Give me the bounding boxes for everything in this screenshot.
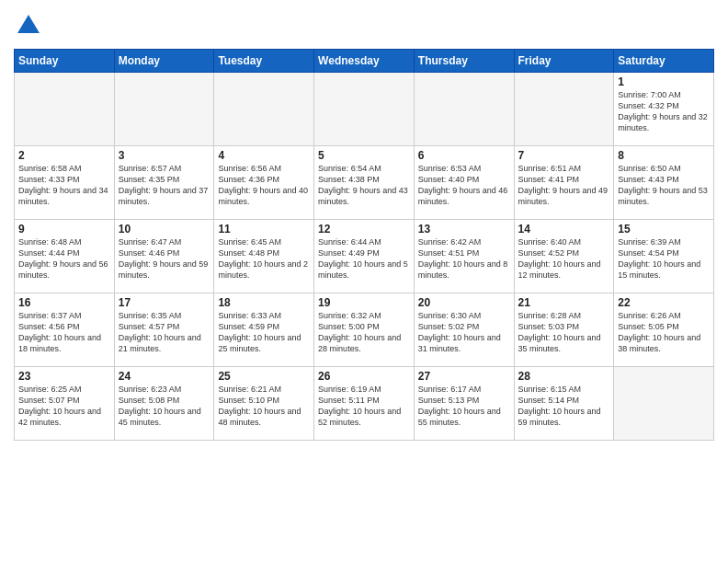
- day-info: Sunrise: 6:26 AM Sunset: 5:05 PM Dayligh…: [618, 310, 710, 355]
- day-info: Sunrise: 6:56 AM Sunset: 4:36 PM Dayligh…: [218, 163, 310, 208]
- week-row-4: 16Sunrise: 6:37 AM Sunset: 4:56 PM Dayli…: [15, 293, 714, 366]
- day-info: Sunrise: 6:35 AM Sunset: 4:57 PM Dayligh…: [119, 310, 210, 355]
- day-info: Sunrise: 6:45 AM Sunset: 4:48 PM Dayligh…: [218, 236, 310, 282]
- day-number: 2: [18, 149, 110, 162]
- day-number: 3: [119, 149, 210, 162]
- calendar-cell: 22Sunrise: 6:26 AM Sunset: 5:05 PM Dayli…: [614, 293, 714, 366]
- day-info: Sunrise: 6:54 AM Sunset: 4:38 PM Dayligh…: [318, 163, 410, 208]
- calendar-cell: 16Sunrise: 6:37 AM Sunset: 4:56 PM Dayli…: [15, 293, 115, 366]
- day-info: Sunrise: 6:32 AM Sunset: 5:00 PM Dayligh…: [318, 310, 410, 355]
- day-info: Sunrise: 6:51 AM Sunset: 4:41 PM Dayligh…: [518, 163, 610, 208]
- calendar-cell: [614, 366, 714, 440]
- weekday-monday: Monday: [114, 49, 214, 72]
- weekday-sunday: Sunday: [15, 49, 115, 72]
- day-number: 16: [18, 296, 110, 309]
- calendar-cell: 28Sunrise: 6:15 AM Sunset: 5:14 PM Dayli…: [514, 366, 614, 440]
- logo-icon: [16, 13, 41, 39]
- header: [14, 9, 714, 43]
- calendar-cell: 26Sunrise: 6:19 AM Sunset: 5:11 PM Dayli…: [314, 366, 415, 440]
- day-info: Sunrise: 6:57 AM Sunset: 4:35 PM Dayligh…: [119, 163, 210, 208]
- day-info: Sunrise: 6:58 AM Sunset: 4:33 PM Dayligh…: [18, 163, 110, 208]
- day-info: Sunrise: 7:00 AM Sunset: 4:32 PM Dayligh…: [618, 89, 710, 134]
- day-number: 18: [218, 296, 310, 309]
- calendar-table: SundayMondayTuesdayWednesdayThursdayFrid…: [14, 49, 714, 441]
- day-number: 17: [119, 296, 210, 309]
- calendar-cell: 24Sunrise: 6:23 AM Sunset: 5:08 PM Dayli…: [114, 366, 214, 440]
- calendar-cell: 5Sunrise: 6:54 AM Sunset: 4:38 PM Daylig…: [314, 145, 415, 219]
- week-row-1: 1Sunrise: 7:00 AM Sunset: 4:32 PM Daylig…: [15, 72, 714, 145]
- day-info: Sunrise: 6:19 AM Sunset: 5:11 PM Dayligh…: [318, 384, 410, 429]
- calendar-cell: [114, 72, 214, 145]
- calendar-cell: 18Sunrise: 6:33 AM Sunset: 4:59 PM Dayli…: [214, 293, 314, 366]
- day-info: Sunrise: 6:47 AM Sunset: 4:46 PM Dayligh…: [119, 236, 210, 282]
- day-number: 6: [418, 149, 510, 162]
- calendar-cell: 6Sunrise: 6:53 AM Sunset: 4:40 PM Daylig…: [414, 145, 514, 219]
- day-number: 21: [518, 296, 610, 309]
- day-number: 22: [618, 296, 710, 309]
- calendar-cell: 11Sunrise: 6:45 AM Sunset: 4:48 PM Dayli…: [214, 219, 314, 293]
- day-number: 14: [518, 223, 610, 236]
- day-number: 15: [618, 223, 710, 236]
- calendar-cell: 2Sunrise: 6:58 AM Sunset: 4:33 PM Daylig…: [15, 145, 115, 219]
- calendar-cell: 13Sunrise: 6:42 AM Sunset: 4:51 PM Dayli…: [414, 219, 514, 293]
- day-info: Sunrise: 6:44 AM Sunset: 4:49 PM Dayligh…: [318, 236, 410, 282]
- day-info: Sunrise: 6:21 AM Sunset: 5:10 PM Dayligh…: [218, 384, 310, 429]
- calendar-cell: 3Sunrise: 6:57 AM Sunset: 4:35 PM Daylig…: [114, 145, 214, 219]
- calendar-cell: [15, 72, 115, 145]
- weekday-friday: Friday: [514, 49, 614, 72]
- day-info: Sunrise: 6:17 AM Sunset: 5:13 PM Dayligh…: [418, 384, 510, 429]
- calendar-cell: 8Sunrise: 6:50 AM Sunset: 4:43 PM Daylig…: [614, 145, 714, 219]
- week-row-2: 2Sunrise: 6:58 AM Sunset: 4:33 PM Daylig…: [15, 145, 714, 219]
- day-info: Sunrise: 6:50 AM Sunset: 4:43 PM Dayligh…: [618, 163, 710, 208]
- calendar-cell: [514, 72, 614, 145]
- day-number: 1: [618, 75, 710, 88]
- day-info: Sunrise: 6:28 AM Sunset: 5:03 PM Dayligh…: [518, 310, 610, 355]
- day-number: 10: [119, 223, 210, 236]
- calendar-cell: 15Sunrise: 6:39 AM Sunset: 4:54 PM Dayli…: [614, 219, 714, 293]
- calendar-cell: [414, 72, 514, 145]
- day-number: 19: [318, 296, 410, 309]
- calendar-cell: [214, 72, 314, 145]
- calendar-cell: 1Sunrise: 7:00 AM Sunset: 4:32 PM Daylig…: [614, 72, 714, 145]
- day-info: Sunrise: 6:33 AM Sunset: 4:59 PM Dayligh…: [218, 310, 310, 355]
- weekday-wednesday: Wednesday: [314, 49, 415, 72]
- weekday-saturday: Saturday: [614, 49, 714, 72]
- day-number: 9: [18, 223, 110, 236]
- day-number: 23: [18, 370, 110, 383]
- day-info: Sunrise: 6:15 AM Sunset: 5:14 PM Dayligh…: [518, 384, 610, 429]
- svg-marker-0: [17, 15, 40, 33]
- day-number: 25: [218, 370, 310, 383]
- day-info: Sunrise: 6:40 AM Sunset: 4:52 PM Dayligh…: [518, 236, 610, 282]
- day-info: Sunrise: 6:30 AM Sunset: 5:02 PM Dayligh…: [418, 310, 510, 355]
- day-number: 11: [218, 223, 310, 236]
- day-number: 7: [518, 149, 610, 162]
- calendar-cell: 25Sunrise: 6:21 AM Sunset: 5:10 PM Dayli…: [214, 366, 314, 440]
- day-info: Sunrise: 6:37 AM Sunset: 4:56 PM Dayligh…: [18, 310, 110, 355]
- page: SundayMondayTuesdayWednesdayThursdayFrid…: [0, 0, 728, 563]
- day-info: Sunrise: 6:39 AM Sunset: 4:54 PM Dayligh…: [618, 236, 710, 282]
- day-info: Sunrise: 6:53 AM Sunset: 4:40 PM Dayligh…: [418, 163, 510, 208]
- week-row-3: 9Sunrise: 6:48 AM Sunset: 4:44 PM Daylig…: [15, 219, 714, 293]
- calendar-cell: 21Sunrise: 6:28 AM Sunset: 5:03 PM Dayli…: [514, 293, 614, 366]
- day-info: Sunrise: 6:42 AM Sunset: 4:51 PM Dayligh…: [418, 236, 510, 282]
- calendar-cell: 9Sunrise: 6:48 AM Sunset: 4:44 PM Daylig…: [15, 219, 115, 293]
- day-number: 4: [218, 149, 310, 162]
- day-number: 28: [518, 370, 610, 383]
- calendar-cell: 12Sunrise: 6:44 AM Sunset: 4:49 PM Dayli…: [314, 219, 415, 293]
- day-number: 12: [318, 223, 410, 236]
- weekday-thursday: Thursday: [414, 49, 514, 72]
- calendar-cell: 17Sunrise: 6:35 AM Sunset: 4:57 PM Dayli…: [114, 293, 214, 366]
- day-number: 8: [618, 149, 710, 162]
- calendar-cell: 19Sunrise: 6:32 AM Sunset: 5:00 PM Dayli…: [314, 293, 415, 366]
- day-number: 24: [119, 370, 210, 383]
- day-info: Sunrise: 6:23 AM Sunset: 5:08 PM Dayligh…: [119, 384, 210, 429]
- day-info: Sunrise: 6:25 AM Sunset: 5:07 PM Dayligh…: [18, 384, 110, 429]
- day-number: 27: [418, 370, 510, 383]
- logo: [14, 13, 41, 43]
- calendar-cell: 23Sunrise: 6:25 AM Sunset: 5:07 PM Dayli…: [15, 366, 115, 440]
- day-number: 26: [318, 370, 410, 383]
- weekday-tuesday: Tuesday: [214, 49, 314, 72]
- calendar-cell: 7Sunrise: 6:51 AM Sunset: 4:41 PM Daylig…: [514, 145, 614, 219]
- calendar-cell: 14Sunrise: 6:40 AM Sunset: 4:52 PM Dayli…: [514, 219, 614, 293]
- day-number: 20: [418, 296, 510, 309]
